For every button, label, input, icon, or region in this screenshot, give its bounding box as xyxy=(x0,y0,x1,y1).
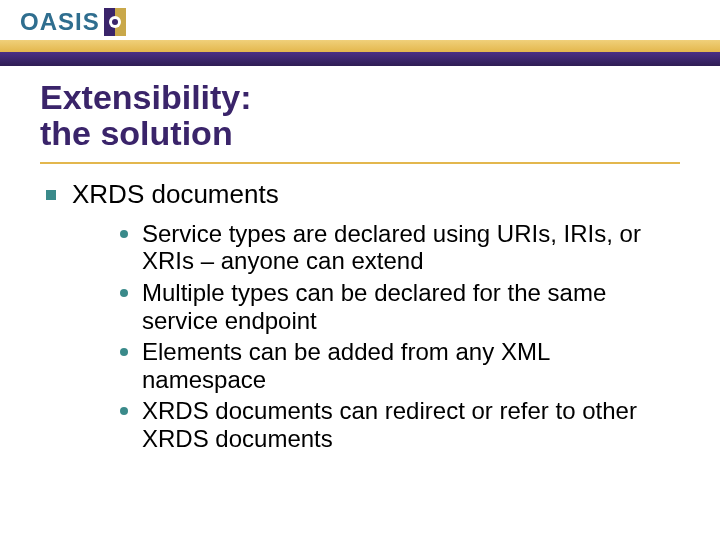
list-item: Service types are declared using URIs, I… xyxy=(120,220,680,275)
list-item-text: Elements can be added from any XML names… xyxy=(142,338,680,393)
dot-bullet-icon xyxy=(120,230,128,238)
level1-text: XRDS documents xyxy=(72,180,279,210)
list-item-text: XRDS documents can redirect or refer to … xyxy=(142,397,680,452)
svg-point-3 xyxy=(112,19,118,25)
title-line-1: Extensibility: xyxy=(40,80,680,116)
list-item-text: Multiple types can be declared for the s… xyxy=(142,279,680,334)
square-bullet-icon xyxy=(46,190,56,200)
slide: OASIS Extensibility: the solution XRDS d… xyxy=(0,0,720,540)
list-item: Elements can be added from any XML names… xyxy=(120,338,680,393)
logo-text: OASIS xyxy=(20,8,100,36)
gold-band xyxy=(0,40,720,52)
dot-bullet-icon xyxy=(120,289,128,297)
list-item: Multiple types can be declared for the s… xyxy=(120,279,680,334)
logo: OASIS xyxy=(20,8,126,36)
title-line-2: the solution xyxy=(40,116,680,152)
title-underline xyxy=(40,162,680,164)
slide-body: XRDS documents Service types are declare… xyxy=(46,180,680,457)
dot-bullet-icon xyxy=(120,407,128,415)
list-item: XRDS documents can redirect or refer to … xyxy=(120,397,680,452)
slide-title: Extensibility: the solution xyxy=(40,80,680,151)
sub-list: Service types are declared using URIs, I… xyxy=(120,220,680,453)
bullet-level1: XRDS documents xyxy=(46,180,680,210)
list-item-text: Service types are declared using URIs, I… xyxy=(142,220,680,275)
purple-band xyxy=(0,52,720,66)
dot-bullet-icon xyxy=(120,348,128,356)
oasis-mark-icon xyxy=(104,8,126,36)
